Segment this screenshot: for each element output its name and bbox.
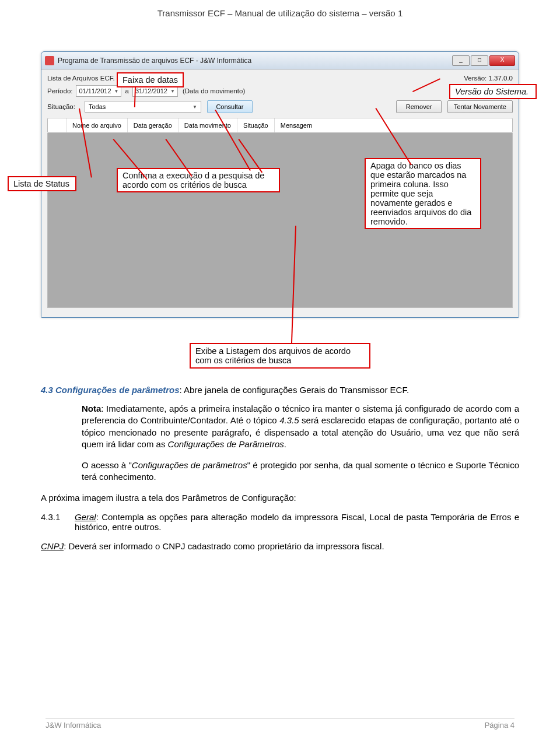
date-from-value: 01/11/2012 xyxy=(79,87,111,94)
col-data-movimento: Data movimento xyxy=(178,118,237,132)
maximize-button[interactable]: □ xyxy=(471,55,488,66)
consultar-button[interactable]: Consultar xyxy=(207,100,253,113)
note-ref: 4.3.5 xyxy=(279,415,299,425)
dropdown-icon: ▼ xyxy=(170,89,175,94)
callout-faixa-datas: Faixa de datas xyxy=(117,72,184,87)
screenshot-container: Programa de Transmissão de arquivos ECF … xyxy=(41,51,519,318)
sub-number: 4.3.1 xyxy=(41,512,69,532)
window-controls: _ □ X xyxy=(451,55,515,66)
page-footer: J&W Informática Página 4 xyxy=(46,718,514,730)
section-4-3-heading: 4.3 Configurações de parâmetros: Abre ja… xyxy=(41,385,519,395)
document-header: Transmissor ECF – Manual de utilização d… xyxy=(0,8,560,18)
section-number: 4.3 xyxy=(41,385,55,395)
document-body: Exibe a Listagem dos arquivos de acordo … xyxy=(41,343,519,560)
section-4-3-1: 4.3.1 Geral: Contempla as opções para al… xyxy=(41,512,519,532)
col-nome: Nome do arquivo xyxy=(66,118,128,132)
window-title: Programa de Transmissão de arquivos ECF … xyxy=(58,57,451,65)
grid-header: Nome do arquivo Data geração Data movime… xyxy=(47,118,513,133)
col-situacao: Situação xyxy=(237,118,275,132)
note-label: Nota xyxy=(82,404,101,413)
section-title: Configurações de parâmetros xyxy=(55,385,180,395)
remover-button[interactable]: Remover xyxy=(396,100,442,113)
window-titlebar: Programa de Transmissão de arquivos ECF … xyxy=(41,52,519,69)
note-paragraph: Nota: Imediatamente, após a primeira ins… xyxy=(82,403,519,450)
situacao-select[interactable]: Todas ▼ xyxy=(85,101,201,113)
cnpj-label: CNPJ xyxy=(41,541,64,551)
section-rest: : Abre janela de configurações Gerais do… xyxy=(180,385,410,395)
app-icon xyxy=(45,56,54,65)
tentar-novamente-button[interactable]: Tentar Novamente xyxy=(447,100,513,113)
note-conf: Configurações de Parâmetros xyxy=(168,439,284,449)
footer-right: Página 4 xyxy=(485,721,514,730)
situacao-value: Todas xyxy=(89,103,106,110)
cnpj-rest: : Deverá ser informado o CNPJ cadastrado… xyxy=(64,541,384,551)
version-label: Versão: xyxy=(464,75,487,82)
periodo-label: Período: xyxy=(47,87,72,94)
footer-left: J&W Informática xyxy=(46,721,101,730)
list-label: Lista de Arquivos ECF. xyxy=(47,75,115,82)
note-dot: . xyxy=(284,439,286,449)
cnpj-paragraph: CNPJ: Deverá ser informado o CNPJ cadast… xyxy=(41,541,519,551)
close-button[interactable]: X xyxy=(489,55,515,66)
access-p1: O acesso à " xyxy=(82,460,132,470)
col-mensagem: Mensagem xyxy=(275,118,318,132)
minimize-button[interactable]: _ xyxy=(452,55,470,66)
sub-body: Geral: Contempla as opções para alteraçã… xyxy=(75,512,519,532)
dropdown-icon: ▼ xyxy=(192,104,197,110)
version-value: 1.37.0.0 xyxy=(488,75,513,82)
callout-versao-sistema: Versão do Sistema. xyxy=(449,84,537,99)
date-from-picker[interactable]: 01/11/2012 ▼ xyxy=(76,85,121,97)
sub-title: Geral xyxy=(75,512,96,522)
next-image-paragraph: A próxima imagem ilustra a tela dos Parâ… xyxy=(41,493,519,503)
col-data-geracao: Data geração xyxy=(128,118,178,132)
callout-apaga: Apaga do banco os dias que estarão marca… xyxy=(365,158,481,229)
date-separator: a xyxy=(125,87,128,94)
date-hint: (Data do movimento) xyxy=(183,87,245,94)
sub-rest: : Contempla as opções para alteração mod… xyxy=(75,512,519,532)
callout-lista-status: Lista de Status xyxy=(8,176,76,191)
date-to-value: 31/12/2012 xyxy=(135,87,167,94)
access-cf: Configurações de parâmetros xyxy=(132,460,247,470)
situacao-label: Situação: xyxy=(47,103,75,110)
dropdown-icon: ▼ xyxy=(114,89,119,94)
access-paragraph: O acesso à "Configurações de parâmetros"… xyxy=(82,460,519,483)
callout-exibe-listagem: Exibe a Listagem dos arquivos de acordo … xyxy=(190,343,370,369)
